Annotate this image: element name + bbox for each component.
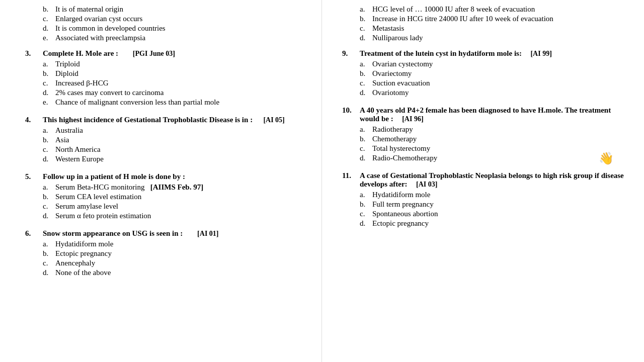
list-item: d. It is common in developed countries: [43, 24, 306, 33]
option-text: North America: [55, 145, 306, 154]
option-text: Asia: [55, 136, 306, 144]
partial-q8-options: a. HCG level of … 10000 IU after 8 week …: [342, 5, 629, 42]
list-item: e. Chance of malignant conversion less t…: [43, 98, 306, 107]
option-letter: d.: [43, 24, 55, 33]
list-item: b. Serum CEA level estimation: [43, 193, 306, 201]
option-text: Increase in HCG titre 24000 IU after 10 …: [372, 15, 629, 23]
list-item: b. Ovariectomy: [360, 69, 629, 78]
list-item: a. Radiotherapy: [360, 125, 629, 134]
option-letter: b.: [360, 69, 372, 78]
list-item: c. Suction evacuation: [360, 79, 629, 87]
option-letter: b.: [43, 5, 55, 14]
q9-block: 9. Treatment of the lutein cyst in hydat…: [342, 49, 629, 97]
option-text: Hydatidiform mole: [55, 240, 306, 248]
option-letter: d.: [43, 155, 55, 163]
option-text: Radiotherapy: [372, 125, 629, 134]
option-letter: d.: [360, 154, 372, 162]
option-letter: d.: [360, 88, 372, 97]
q4-number: 4.: [25, 116, 43, 124]
q6-source: [AI 01]: [197, 230, 218, 237]
option-text: Ectopic pregnancy: [55, 249, 306, 258]
option-text: Spontaneous abortion: [372, 210, 629, 218]
option-letter: a.: [360, 60, 372, 68]
q9-text: Treatment of the lutein cyst in hydatifo…: [360, 49, 629, 58]
option-letter: b.: [360, 135, 372, 143]
list-item: a. HCG level of … 10000 IU after 8 week …: [360, 5, 629, 14]
option-letter: b.: [360, 200, 372, 209]
option-letter: d.: [360, 219, 372, 228]
q3-header: 3. Complete H. Mole are : [PGI June 03]: [25, 49, 306, 58]
q4-text-content: This highest incidence of Gestational Tr…: [43, 116, 253, 124]
list-item: c. Enlarged ovarian cyst occurs: [43, 15, 306, 23]
list-item: d. Ectopic pregnancy: [360, 219, 629, 228]
list-item: d. Western Europe: [43, 155, 306, 163]
option-text: Serum α feto protein estimation: [55, 212, 306, 220]
q4-text: This highest incidence of Gestational Tr…: [43, 116, 306, 124]
q11-block: 11. A case of Gestational Trophoblastic …: [342, 171, 629, 228]
q3-text: Complete H. Mole are : [PGI June 03]: [43, 49, 306, 58]
list-item: c. Spontaneous abortion: [360, 210, 629, 218]
left-column: b. It is of maternal origin c. Enlarged …: [0, 0, 322, 362]
list-item: b. Chemotherapy: [360, 135, 629, 143]
list-item: a. Hydatidiform mole: [43, 240, 306, 248]
q6-text: Snow storm appearance on USG is seen in …: [43, 229, 306, 238]
list-item: c. Total hysterectomy: [360, 144, 629, 153]
option-letter: d.: [43, 268, 55, 277]
option-letter: a.: [43, 183, 55, 192]
q6-header: 6. Snow storm appearance on USG is seen …: [25, 229, 306, 238]
q5-text-content: Follow up in a patient of H mole is done…: [43, 172, 185, 180]
option-letter: b.: [43, 249, 55, 258]
option-text: Anencephaly: [55, 259, 306, 267]
list-item: c. Anencephaly: [43, 259, 306, 267]
list-item: d. None of the above: [43, 268, 306, 277]
option-text: None of the above: [55, 268, 306, 277]
right-column: a. HCG level of … 10000 IU after 8 week …: [322, 0, 644, 362]
q3-text-content: Complete H. Mole are :: [43, 49, 118, 57]
q6-text-content: Snow storm appearance on USG is seen in …: [43, 229, 183, 237]
option-letter: a.: [43, 60, 55, 68]
partial-q2-options: b. It is of maternal origin c. Enlarged …: [25, 5, 306, 42]
option-text: Triploid: [55, 60, 306, 68]
list-item: a. Australia: [43, 126, 306, 135]
option-text: Diploid: [55, 69, 306, 78]
option-text: Metastasis: [372, 24, 629, 33]
option-text: Ovarian cystectomy: [372, 60, 629, 68]
option-letter: b.: [43, 136, 55, 144]
option-text: Ectopic pregnancy: [372, 219, 629, 228]
list-item: b. Increase in HCG titre 24000 IU after …: [360, 15, 629, 23]
q4-block: 4. This highest incidence of Gestational…: [25, 116, 306, 163]
option-text: Ovariotomy: [372, 88, 629, 97]
cursor-icon: 👋: [599, 151, 614, 165]
option-letter: a.: [360, 125, 372, 134]
option-text: Total hysterectomy: [372, 144, 629, 153]
option-text: Serum amylase level: [55, 202, 306, 211]
option-text: Chance of malignant conversion less than…: [55, 98, 306, 107]
q3-block: 3. Complete H. Mole are : [PGI June 03] …: [25, 49, 306, 107]
option-text: Increased β-HCG: [55, 79, 306, 87]
list-item: d. 2% cases may convert to carcinoma: [43, 88, 306, 97]
q9-header: 9. Treatment of the lutein cyst in hydat…: [342, 49, 629, 58]
option-letter: e.: [43, 34, 55, 42]
list-item: b. Full term pregnancy: [360, 200, 629, 209]
q10-source: [AI 96]: [402, 115, 423, 123]
q11-text-content: A case of Gestational Trophoblastic Neop…: [360, 171, 624, 188]
q3-source: [PGI June 03]: [133, 50, 175, 57]
list-item: d. Ovariotomy: [360, 88, 629, 97]
q4-source: [AI 05]: [263, 116, 284, 124]
q6-options: a. Hydatidiform mole b. Ectopic pregnanc…: [25, 240, 306, 277]
option-letter: e.: [43, 98, 55, 107]
q10-options: a. Radiotherapy b. Chemotherapy c. Total…: [342, 125, 629, 162]
option-letter: b.: [360, 15, 372, 23]
q10-text-content: A 40 years old P4+2 female has been diag…: [360, 106, 611, 123]
partial-q2-block: b. It is of maternal origin c. Enlarged …: [25, 5, 306, 42]
option-letter: a.: [360, 5, 372, 14]
q5-options: a. Serum Beta-HCG monitoring [AIIMS Feb.…: [25, 183, 306, 220]
q10-block: 10. A 40 years old P4+2 female has been …: [342, 106, 629, 162]
q11-source: [AI 03]: [416, 180, 437, 188]
list-item: c. North America: [43, 145, 306, 154]
option-text: It is of maternal origin: [55, 5, 306, 14]
option-text: Suction evacuation: [372, 79, 629, 87]
option-letter: c.: [43, 15, 55, 23]
list-item: a. Serum Beta-HCG monitoring [AIIMS Feb.…: [43, 183, 306, 192]
option-letter: a.: [360, 191, 372, 199]
